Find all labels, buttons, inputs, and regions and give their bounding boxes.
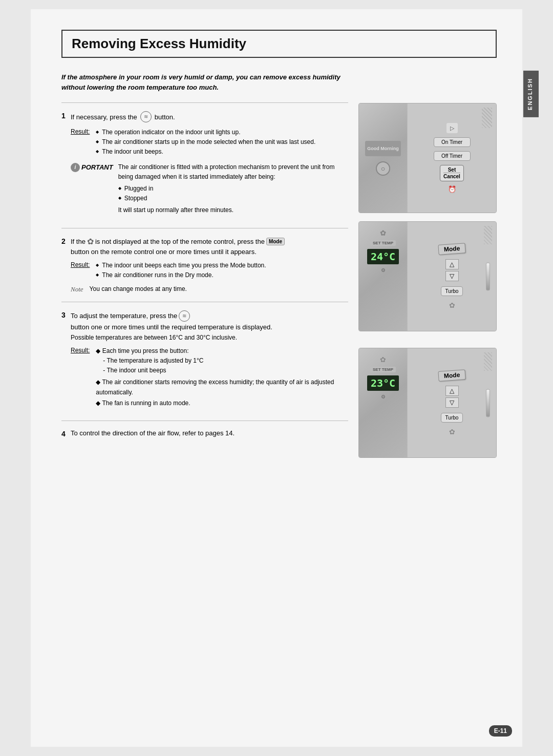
step-3-main: To adjust the temperature, press the ≋ b… (71, 310, 348, 331)
fan-icon-2: ✿ (449, 301, 455, 309)
diagram-2-right: Mode △ ▽ Turbo ✿ (408, 222, 496, 331)
remote-bottom-2: ⚙ (381, 267, 386, 273)
play-btn: ▷ (446, 123, 458, 133)
step-2-end: button on the remote control one or more… (71, 248, 257, 256)
result-label-2: Result: (71, 261, 90, 280)
important-suffix: It will start up normally after three mi… (118, 205, 348, 215)
step-3-result: Result: ◆ Each time you press the button… (71, 346, 348, 408)
remote-bottom-3: ⚙ (381, 394, 386, 400)
thermometer-2 (486, 262, 490, 290)
page-number: E-11 (489, 725, 512, 737)
step-2-text: If the (71, 238, 86, 245)
diagram-2: ✿ SET TEMP 24°C ⚙ Mode △ ▽ Turbo ✿ (358, 221, 497, 331)
set-cancel-row: Set Cancel (440, 165, 464, 181)
content-area: If the atmosphere in your room is very h… (61, 72, 497, 458)
result-item: The air conditioner runs in the Dry mode… (96, 270, 266, 280)
diagram-3: ✿ SET TEMP 23°C ⚙ Mode △ ▽ Turbo ✿ (358, 348, 497, 458)
result-sub-1: - The temperature is adjusted by 1°C (96, 356, 348, 366)
step-3-content: To adjust the temperature, press the ≋ b… (71, 310, 348, 408)
section-1: 1 If necessary, press the ≋ button. Resu… (61, 102, 348, 228)
step-2-result: Result: The indoor unit beeps each time … (71, 261, 348, 280)
left-column: If the atmosphere in your room is very h… (61, 72, 348, 458)
turbo-btn-3: Turbo (441, 413, 463, 423)
fan-icon-3: ✿ (449, 428, 455, 436)
important-icon: i (71, 163, 80, 172)
diagram-3-remote: ✿ SET TEMP 23°C ⚙ (359, 348, 408, 457)
step-1-result: Result: The operation indicator on the i… (71, 128, 348, 157)
right-column: Good Morning ○ ▷ On Timer Off Timer Set … (358, 72, 497, 458)
important-bullet: Stopped (118, 194, 348, 203)
important-bullet: Plugged in (118, 184, 348, 194)
important-label: i PORTANT (71, 163, 113, 172)
set-label: Set (443, 167, 460, 173)
remote-screen-placeholder: Good Morning (365, 141, 401, 156)
step-1-suffix: button. (155, 113, 175, 121)
stripe-accent-3 (484, 352, 492, 371)
cancel-label: Cancel (443, 173, 460, 179)
step-1-button-icon: ≋ (140, 111, 152, 122)
mode-badge-3: Mode (438, 369, 466, 382)
note-label: Note (71, 285, 83, 293)
step-1-main: If necessary, press the ≋ button. (71, 111, 348, 122)
page: ENGLISH Removing Excess Humidity If the … (31, 9, 522, 747)
step-3-button-icon: ≋ (179, 310, 190, 322)
result-item: The air conditioner starts up in the mod… (96, 137, 315, 147)
dry-symbol-3: ✿ (380, 355, 386, 364)
diagram-1-buttons: ▷ On Timer Off Timer Set Cancel ⏰ (408, 103, 496, 213)
step-4-text: To control the direction of the air flow… (71, 429, 348, 437)
step-number-1: 1 (61, 112, 66, 120)
result-item: The indoor unit beeps each time you pres… (96, 261, 266, 270)
good-morning-text: Good Morning (367, 146, 398, 151)
step-2-mid: is not displayed at the top of the remot… (95, 238, 265, 245)
stripe-accent (482, 108, 492, 128)
diagram-1: Good Morning ○ ▷ On Timer Off Timer Set … (358, 103, 497, 213)
step-4-content: To control the direction of the air flow… (71, 429, 348, 437)
step-2-note: Note You can change modes at any time. (71, 285, 348, 293)
stripe-accent-2 (484, 226, 492, 244)
step-3-end: button one or more times until the requi… (71, 323, 272, 331)
step-number-4: 4 (61, 430, 66, 438)
down-arrow-3: ▽ (445, 397, 459, 408)
result-extra-2: ◆ The fan is running in auto mode. (96, 398, 348, 408)
up-arrow-2: △ (445, 259, 459, 269)
step-number-3: 3 (61, 311, 66, 319)
important-bullets: Plugged in Stopped (118, 184, 348, 203)
off-timer-btn: Off Timer (434, 151, 471, 161)
step-2-content: If the ✿ is not displayed at the top of … (71, 237, 348, 293)
up-arrow-3: △ (445, 386, 459, 396)
step-number-2: 2 (61, 237, 66, 245)
step-1-text: If necessary, press the (71, 113, 137, 121)
diagram-3-right: Mode △ ▽ Turbo ✿ (408, 348, 496, 457)
section-4: 4 To control the direction of the air fl… (61, 421, 348, 445)
diagram-1-remote: Good Morning ○ (359, 103, 408, 213)
result-main: ◆ Each time you press the button: (96, 346, 348, 356)
dry-symbol: ✿ (380, 229, 386, 237)
page-title: Removing Excess Humidity (72, 36, 486, 52)
mode-button-ref: Mode (266, 238, 285, 245)
result-items-3: ◆ Each time you press the button: - The … (96, 346, 348, 408)
result-extra-1: ◆ The air conditioner starts removing th… (96, 377, 348, 397)
language-tab: ENGLISH (523, 71, 539, 117)
important-text-label: PORTANT (81, 163, 113, 171)
note-text: You can change modes at any time. (90, 285, 187, 293)
step-3-text: To adjust the temperature, press the (71, 312, 177, 320)
mode-badge-2: Mode (438, 243, 466, 255)
section-2: 2 If the ✿ is not displayed at the top o… (61, 228, 348, 302)
temp-display-3: 23°C (367, 375, 399, 391)
set-temp-label-2: ✿ (380, 229, 386, 237)
remote-center-btn: ○ (376, 161, 390, 176)
dry-icon: ✿ (87, 237, 94, 246)
result-label-3: Result: (71, 347, 90, 408)
result-label-1: Result: (71, 128, 90, 157)
result-items-2: The indoor unit beeps each time you pres… (96, 261, 266, 280)
step-2-main: If the ✿ is not displayed at the top of … (71, 237, 348, 256)
diagram-2-remote: ✿ SET TEMP 24°C ⚙ (359, 222, 408, 331)
on-timer-btn: On Timer (434, 137, 471, 147)
result-item: The indoor unit beeps. (96, 147, 315, 157)
step-3-suffix: Possible temperatures are between 16°C a… (71, 334, 348, 341)
important-content: The air conditioner is fitted with a pro… (118, 162, 348, 216)
set-temp-badge-3: SET TEMP (370, 367, 396, 372)
temp-display-2: 24°C (367, 249, 399, 264)
result-item: The operation indicator on the indoor un… (96, 128, 315, 137)
thermometer-3 (486, 389, 490, 417)
